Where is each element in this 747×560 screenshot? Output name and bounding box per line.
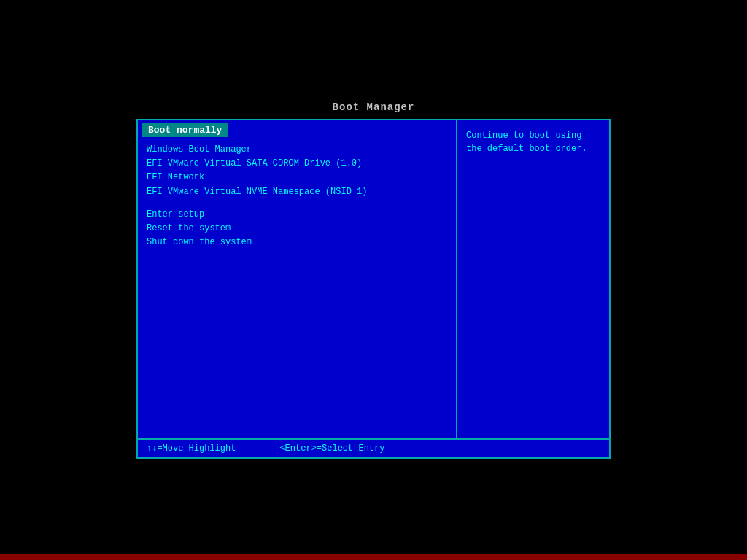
menu-item-reset-system[interactable]: Reset the system	[147, 222, 447, 236]
description-text: Continue to boot using the default boot …	[466, 131, 587, 154]
title-bar: Boot Manager	[333, 101, 415, 113]
screen-wrapper: Boot Manager Boot normally Windows Boot …	[0, 0, 747, 560]
menu-item-efi-nvme[interactable]: EFI VMware Virtual NVME Namespace (NSID …	[147, 185, 447, 199]
footer-bar	[0, 554, 747, 560]
menu-item-efi-vmware-cdrom[interactable]: EFI VMware Virtual SATA CDROM Drive (1.0…	[147, 157, 447, 171]
page-title: Boot Manager	[333, 101, 415, 113]
bottom-bar: ↑↓=Move Highlight <Enter>=Select Entry	[136, 440, 611, 459]
menu-list: Windows Boot Manager EFI VMware Virtual …	[138, 143, 456, 438]
menu-item-windows-boot-manager[interactable]: Windows Boot Manager	[147, 143, 447, 157]
hint-select: <Enter>=Select Entry	[279, 443, 384, 454]
menu-item-enter-setup[interactable]: Enter setup	[147, 208, 447, 222]
content-area: Boot normally Windows Boot Manager EFI V…	[138, 120, 609, 438]
selected-item[interactable]: Boot normally	[142, 123, 228, 137]
right-panel: Continue to boot using the default boot …	[456, 120, 609, 438]
hint-move: ↑↓=Move Highlight	[147, 443, 236, 454]
menu-item-shut-down[interactable]: Shut down the system	[147, 236, 447, 249]
left-panel: Boot normally Windows Boot Manager EFI V…	[138, 120, 456, 438]
menu-item-efi-network[interactable]: EFI Network	[147, 171, 447, 184]
main-container: Boot normally Windows Boot Manager EFI V…	[136, 119, 611, 440]
menu-spacer	[147, 199, 447, 208]
